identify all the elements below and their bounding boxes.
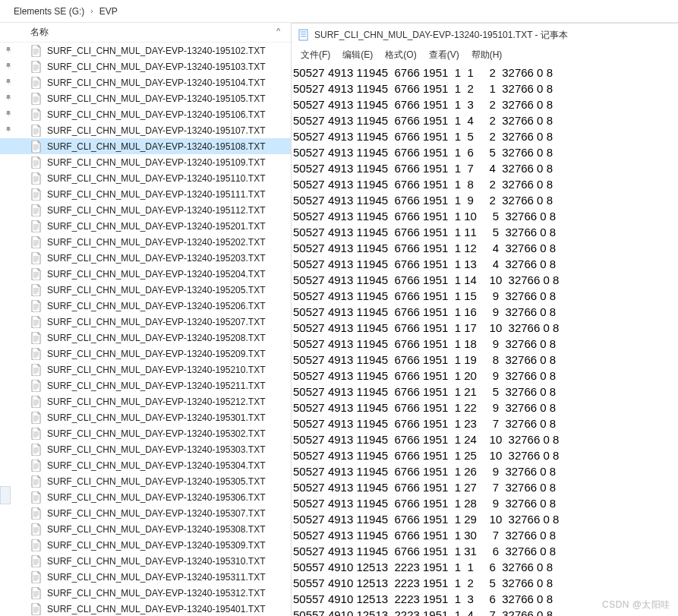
notepad-menubar[interactable]: 文件(F)编辑(E)格式(O)查看(V)帮助(H) xyxy=(292,46,678,63)
file-row[interactable]: SURF_CLI_CHN_MUL_DAY-EVP-13240-195308.TX… xyxy=(0,521,291,537)
file-row[interactable]: SURF_CLI_CHN_MUL_DAY-EVP-13240-195305.TX… xyxy=(0,473,291,489)
file-name: SURF_CLI_CHN_MUL_DAY-EVP-13240-195103.TX… xyxy=(47,62,265,72)
text-line: 50527 4913 11945 6766 1951 1 20 9 32766 … xyxy=(292,368,678,384)
text-line: 50557 4910 12513 2223 1951 1 1 6 32766 0… xyxy=(292,559,678,575)
file-list[interactable]: SURF_CLI_CHN_MUL_DAY-EVP-13240-195102.TX… xyxy=(0,43,291,616)
file-row[interactable]: SURF_CLI_CHN_MUL_DAY-EVP-13240-195209.TX… xyxy=(0,346,291,362)
menu-item[interactable]: 编辑(E) xyxy=(338,47,377,63)
pin-icon[interactable] xyxy=(5,110,14,119)
explorer-pane: 名称 ^ SURF_CLI_CHN_MUL_DAY-EVP-13240-1951… xyxy=(0,23,292,616)
text-file-icon xyxy=(30,316,43,328)
text-line: 50527 4913 11945 6766 1951 1 3 2 32766 0… xyxy=(292,96,678,112)
breadcrumb-root[interactable]: Elements SE (G:) xyxy=(14,6,84,17)
breadcrumb-folder[interactable]: EVP xyxy=(99,6,118,17)
file-row[interactable]: SURF_CLI_CHN_MUL_DAY-EVP-13240-195112.TX… xyxy=(0,202,291,218)
text-line: 50527 4913 11945 6766 1951 1 28 9 32766 … xyxy=(292,495,678,511)
file-name: SURF_CLI_CHN_MUL_DAY-EVP-13240-195308.TX… xyxy=(47,524,265,535)
menu-item[interactable]: 查看(V) xyxy=(424,47,464,63)
file-name: SURF_CLI_CHN_MUL_DAY-EVP-13240-195311.TX… xyxy=(47,572,265,583)
file-row[interactable]: SURF_CLI_CHN_MUL_DAY-EVP-13240-195307.TX… xyxy=(0,505,291,521)
file-row[interactable]: SURF_CLI_CHN_MUL_DAY-EVP-13240-195212.TX… xyxy=(0,393,291,409)
file-row[interactable]: SURF_CLI_CHN_MUL_DAY-EVP-13240-195103.TX… xyxy=(0,58,291,74)
menu-item[interactable]: 格式(O) xyxy=(380,47,421,63)
text-file-icon xyxy=(30,571,43,583)
text-line: 50527 4913 11945 6766 1951 1 11 5 32766 … xyxy=(292,224,678,240)
column-name-label[interactable]: 名称 xyxy=(30,26,291,39)
file-row[interactable]: SURF_CLI_CHN_MUL_DAY-EVP-13240-195309.TX… xyxy=(0,537,291,553)
text-line: 50557 4910 12513 2223 1951 1 2 5 32766 0… xyxy=(292,575,678,591)
file-row[interactable]: SURF_CLI_CHN_MUL_DAY-EVP-13240-195211.TX… xyxy=(0,377,291,393)
file-name: SURF_CLI_CHN_MUL_DAY-EVP-13240-195210.TX… xyxy=(47,365,265,375)
text-line: 50527 4913 11945 6766 1951 1 31 6 32766 … xyxy=(292,543,678,559)
file-name: SURF_CLI_CHN_MUL_DAY-EVP-13240-195112.TX… xyxy=(47,205,265,216)
file-row[interactable]: SURF_CLI_CHN_MUL_DAY-EVP-13240-195202.TX… xyxy=(0,234,291,250)
text-line: 50527 4913 11945 6766 1951 1 13 4 32766 … xyxy=(292,256,678,272)
file-name: SURF_CLI_CHN_MUL_DAY-EVP-13240-195312.TX… xyxy=(47,588,265,599)
file-row[interactable]: SURF_CLI_CHN_MUL_DAY-EVP-13240-195102.TX… xyxy=(0,43,291,58)
file-row[interactable]: SURF_CLI_CHN_MUL_DAY-EVP-13240-195106.TX… xyxy=(0,106,291,122)
file-row[interactable]: SURF_CLI_CHN_MUL_DAY-EVP-13240-195208.TX… xyxy=(0,330,291,346)
file-name: SURF_CLI_CHN_MUL_DAY-EVP-13240-195108.TX… xyxy=(47,141,265,152)
file-row[interactable]: SURF_CLI_CHN_MUL_DAY-EVP-13240-195104.TX… xyxy=(0,74,291,90)
file-row[interactable]: SURF_CLI_CHN_MUL_DAY-EVP-13240-195201.TX… xyxy=(0,218,291,234)
file-row[interactable]: SURF_CLI_CHN_MUL_DAY-EVP-13240-195210.TX… xyxy=(0,362,291,377)
text-file-icon xyxy=(30,444,43,456)
text-line: 50527 4913 11945 6766 1951 1 10 5 32766 … xyxy=(292,208,678,224)
pin-icon[interactable] xyxy=(5,126,14,135)
file-row[interactable]: SURF_CLI_CHN_MUL_DAY-EVP-13240-195111.TX… xyxy=(0,186,291,202)
file-row[interactable]: SURF_CLI_CHN_MUL_DAY-EVP-13240-195110.TX… xyxy=(0,170,291,186)
file-name: SURF_CLI_CHN_MUL_DAY-EVP-13240-195106.TX… xyxy=(47,109,265,120)
file-row[interactable]: SURF_CLI_CHN_MUL_DAY-EVP-13240-195312.TX… xyxy=(0,585,291,601)
text-line: 50527 4913 11945 6766 1951 1 18 9 32766 … xyxy=(292,336,678,352)
text-file-icon xyxy=(30,364,43,376)
pin-icon[interactable] xyxy=(5,46,14,55)
text-line: 50527 4913 11945 6766 1951 1 15 9 32766 … xyxy=(292,288,678,304)
notepad-title: SURF_CLI_CHN_MUL_DAY-EVP-13240-195101.TX… xyxy=(314,29,568,42)
menu-item[interactable]: 帮助(H) xyxy=(467,47,507,63)
file-row[interactable]: SURF_CLI_CHN_MUL_DAY-EVP-13240-195304.TX… xyxy=(0,457,291,473)
file-name: SURF_CLI_CHN_MUL_DAY-EVP-13240-195202.TX… xyxy=(47,237,265,248)
column-header[interactable]: 名称 ^ xyxy=(0,23,291,43)
text-file-icon xyxy=(30,125,43,137)
text-line: 50527 4913 11945 6766 1951 1 16 9 32766 … xyxy=(292,304,678,320)
text-file-icon xyxy=(30,93,43,105)
menu-item[interactable]: 文件(F) xyxy=(296,47,335,63)
file-row[interactable]: SURF_CLI_CHN_MUL_DAY-EVP-13240-195205.TX… xyxy=(0,282,291,298)
file-row[interactable]: SURF_CLI_CHN_MUL_DAY-EVP-13240-195109.TX… xyxy=(0,154,291,170)
file-name: SURF_CLI_CHN_MUL_DAY-EVP-13240-195401.TX… xyxy=(47,604,265,614)
file-row[interactable]: SURF_CLI_CHN_MUL_DAY-EVP-13240-195310.TX… xyxy=(0,553,291,569)
file-row[interactable]: SURF_CLI_CHN_MUL_DAY-EVP-13240-195401.TX… xyxy=(0,601,291,616)
notepad-titlebar[interactable]: SURF_CLI_CHN_MUL_DAY-EVP-13240-195101.TX… xyxy=(292,24,678,46)
text-line: 50527 4913 11945 6766 1951 1 1 2 32766 0… xyxy=(292,65,678,81)
file-name: SURF_CLI_CHN_MUL_DAY-EVP-13240-195301.TX… xyxy=(47,412,265,423)
file-row[interactable]: SURF_CLI_CHN_MUL_DAY-EVP-13240-195105.TX… xyxy=(0,90,291,106)
file-row[interactable]: SURF_CLI_CHN_MUL_DAY-EVP-13240-195302.TX… xyxy=(0,425,291,441)
file-row[interactable]: SURF_CLI_CHN_MUL_DAY-EVP-13240-195301.TX… xyxy=(0,409,291,425)
file-name: SURF_CLI_CHN_MUL_DAY-EVP-13240-195307.TX… xyxy=(47,508,265,519)
file-name: SURF_CLI_CHN_MUL_DAY-EVP-13240-195109.TX… xyxy=(47,157,265,168)
sort-indicator-icon: ^ xyxy=(276,27,280,36)
file-row[interactable]: SURF_CLI_CHN_MUL_DAY-EVP-13240-195311.TX… xyxy=(0,569,291,585)
pin-icon[interactable] xyxy=(5,94,14,103)
text-file-icon xyxy=(30,284,43,296)
pin-icon[interactable] xyxy=(5,78,14,87)
watermark: CSDN @太阳哇 xyxy=(602,599,670,611)
text-line: 50527 4913 11945 6766 1951 1 14 10 32766… xyxy=(292,272,678,288)
file-row[interactable]: SURF_CLI_CHN_MUL_DAY-EVP-13240-195207.TX… xyxy=(0,314,291,330)
file-name: SURF_CLI_CHN_MUL_DAY-EVP-13240-195105.TX… xyxy=(47,93,265,104)
text-file-icon xyxy=(30,220,43,232)
notepad-body[interactable]: 50527 4913 11945 6766 1951 1 1 2 32766 0… xyxy=(292,63,678,616)
breadcrumb[interactable]: Elements SE (G:) › EVP xyxy=(0,0,678,23)
file-row[interactable]: SURF_CLI_CHN_MUL_DAY-EVP-13240-195303.TX… xyxy=(0,441,291,457)
file-name: SURF_CLI_CHN_MUL_DAY-EVP-13240-195207.TX… xyxy=(47,317,265,327)
file-row[interactable]: SURF_CLI_CHN_MUL_DAY-EVP-13240-195107.TX… xyxy=(0,122,291,138)
file-row[interactable]: SURF_CLI_CHN_MUL_DAY-EVP-13240-195204.TX… xyxy=(0,266,291,282)
file-row[interactable]: SURF_CLI_CHN_MUL_DAY-EVP-13240-195203.TX… xyxy=(0,250,291,266)
file-name: SURF_CLI_CHN_MUL_DAY-EVP-13240-195205.TX… xyxy=(47,285,265,295)
file-row[interactable]: SURF_CLI_CHN_MUL_DAY-EVP-13240-195306.TX… xyxy=(0,489,291,505)
file-row[interactable]: SURF_CLI_CHN_MUL_DAY-EVP-13240-195108.TX… xyxy=(0,138,291,154)
text-file-icon xyxy=(30,507,43,520)
pin-icon[interactable] xyxy=(5,62,14,71)
text-file-icon xyxy=(30,204,43,216)
file-row[interactable]: SURF_CLI_CHN_MUL_DAY-EVP-13240-195206.TX… xyxy=(0,298,291,314)
